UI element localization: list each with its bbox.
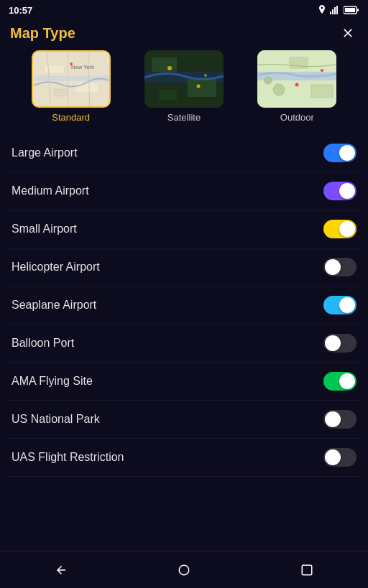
toggle-label: US National Park <box>12 413 100 426</box>
status-time: 10:57 <box>9 5 32 16</box>
svg-rect-31 <box>302 565 312 575</box>
outdoor-map-preview <box>257 50 336 108</box>
toggle-switch-balloon-port[interactable] <box>323 334 356 353</box>
toggle-thumb <box>339 297 355 313</box>
toggle-label: Medium Airport <box>12 185 89 197</box>
map-thumb-satellite <box>144 50 224 108</box>
svg-rect-9 <box>44 65 65 73</box>
toggle-row-balloon-port: Balloon Port <box>7 325 361 363</box>
recents-icon <box>300 564 313 577</box>
svg-text:New York: New York <box>71 64 94 70</box>
svg-rect-0 <box>330 11 331 14</box>
toggle-row-medium-airport: Medium Airport <box>7 172 361 210</box>
toggle-thumb <box>339 373 355 389</box>
toggle-row-uas-flight-restriction: UAS Flight Restriction <box>7 439 361 477</box>
map-type-outdoor[interactable]: Outdoor <box>257 50 336 123</box>
toggle-row-small-airport: Small Airport <box>7 210 361 248</box>
svg-point-20 <box>196 85 200 88</box>
header: Map Type <box>0 20 368 50</box>
toggle-switch-ama-flying-site[interactable] <box>323 372 356 391</box>
toggle-switch-small-airport[interactable] <box>323 220 356 238</box>
svg-rect-10 <box>74 83 98 93</box>
close-button[interactable] <box>338 23 358 43</box>
svg-rect-16 <box>152 57 177 72</box>
toggle-label: Large Airport <box>12 146 78 159</box>
map-type-standard-label: Standard <box>52 112 90 123</box>
svg-point-26 <box>273 84 285 95</box>
toggle-thumb <box>325 335 341 351</box>
toggle-thumb <box>325 259 341 275</box>
toggle-thumb <box>339 145 355 161</box>
svg-rect-17 <box>188 79 216 97</box>
svg-point-28 <box>295 83 299 87</box>
toggle-thumb <box>339 183 355 199</box>
svg-rect-18 <box>159 90 177 101</box>
toggle-row-seaplane-airport: Seaplane Airport <box>7 286 361 325</box>
home-icon <box>178 564 190 577</box>
close-icon <box>341 26 355 40</box>
map-type-satellite-label: Satellite <box>167 112 201 123</box>
toggle-label: Small Airport <box>12 223 77 235</box>
toggle-switch-seaplane-airport[interactable] <box>323 296 356 314</box>
toggle-switch-helicopter-airport[interactable] <box>323 258 356 276</box>
toggle-switch-large-airport[interactable] <box>323 144 356 162</box>
toggle-thumb <box>339 221 355 237</box>
map-thumb-outdoor <box>257 50 336 108</box>
svg-rect-3 <box>336 6 338 14</box>
toggle-label: UAS Flight Restriction <box>12 451 124 464</box>
toggle-label: Balloon Port <box>12 337 74 350</box>
toggle-thumb <box>325 449 341 465</box>
svg-point-29 <box>321 69 323 72</box>
standard-map-preview: New York <box>33 52 109 106</box>
svg-point-13 <box>70 62 73 65</box>
svg-point-19 <box>167 66 172 70</box>
map-thumb-standard: New York <box>32 50 111 108</box>
map-type-standard[interactable]: New York Standard <box>32 50 111 123</box>
svg-rect-6 <box>357 9 359 11</box>
toggle-switch-uas-flight-restriction[interactable] <box>323 448 356 467</box>
status-icons <box>318 5 359 15</box>
svg-rect-2 <box>334 7 336 14</box>
back-icon <box>55 564 68 577</box>
svg-point-27 <box>264 77 272 84</box>
toggle-list: Large AirportMedium AirportSmall Airport… <box>0 134 368 477</box>
toggle-row-us-national-park: US National Park <box>7 401 361 439</box>
satellite-map-preview <box>144 50 224 108</box>
map-type-selector: New York Standard Satellite <box>0 50 368 134</box>
toggle-switch-us-national-park[interactable] <box>323 410 356 429</box>
svg-rect-1 <box>332 9 334 14</box>
toggle-label: Helicopter Airport <box>12 261 100 274</box>
svg-rect-25 <box>311 85 333 98</box>
toggle-switch-medium-airport[interactable] <box>323 182 356 200</box>
svg-rect-11 <box>54 89 68 96</box>
home-button[interactable] <box>170 556 198 584</box>
svg-point-21 <box>204 74 207 77</box>
location-icon <box>318 5 326 15</box>
toggle-row-helicopter-airport: Helicopter Airport <box>7 248 361 286</box>
status-bar: 10:57 <box>0 0 368 20</box>
back-button[interactable] <box>47 556 75 584</box>
toggle-thumb <box>325 411 341 427</box>
toggle-row-large-airport: Large Airport <box>7 134 361 172</box>
toggle-label: AMA Flying Site <box>12 375 93 388</box>
toggle-row-ama-flying-site: AMA Flying Site <box>7 363 361 401</box>
recents-button[interactable] <box>293 556 321 584</box>
bottom-nav <box>0 551 368 588</box>
map-type-satellite[interactable]: Satellite <box>144 50 224 123</box>
signal-icon <box>330 6 340 14</box>
battery-icon <box>344 6 359 14</box>
map-type-outdoor-label: Outdoor <box>280 112 314 123</box>
svg-point-30 <box>179 565 189 575</box>
svg-rect-5 <box>345 8 355 12</box>
toggle-label: Seaplane Airport <box>12 299 96 312</box>
page-title: Map Type <box>10 25 75 42</box>
